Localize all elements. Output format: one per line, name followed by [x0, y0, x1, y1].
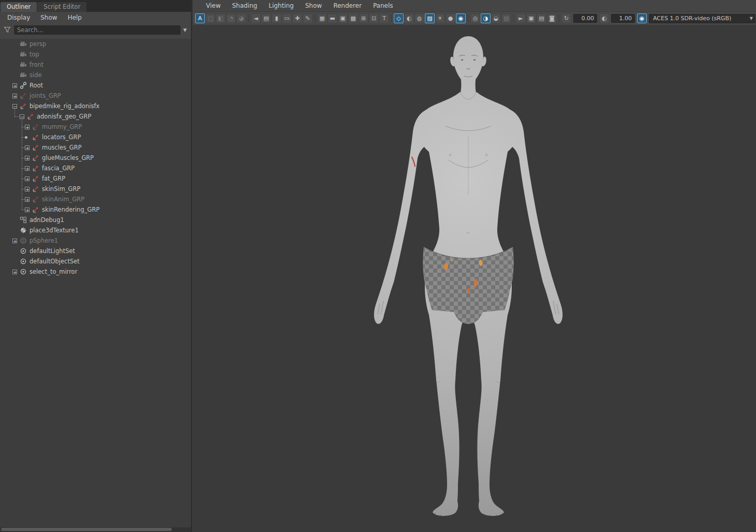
shaded-cube-icon[interactable]: ◇ [394, 13, 404, 23]
expand-toggle[interactable]: + [12, 239, 17, 243]
outliner-horizontal-scrollbar[interactable] [0, 527, 191, 532]
expand-toggle[interactable]: + [25, 145, 29, 150]
motion-blur-icon[interactable]: ◎ [470, 13, 480, 23]
outliner-row[interactable]: locators_GRP [0, 132, 191, 142]
two-d-pan-zoom-icon[interactable]: ✚ [292, 13, 302, 23]
outliner-row[interactable]: +skinSim_GRP [0, 184, 191, 194]
viewport-menu-show[interactable]: Show [300, 2, 328, 9]
outliner-row[interactable]: +muscles_GRP [0, 142, 191, 153]
bookmark-icon[interactable]: ▮ [272, 13, 281, 23]
default-material-icon[interactable]: ◧ [216, 13, 226, 23]
tab-script-editor[interactable]: Script Editor [37, 2, 86, 12]
paste-snapshot-icon[interactable]: ▤ [537, 13, 546, 23]
multisample-icon[interactable]: ◑ [481, 13, 491, 23]
panel-focus-a-icon[interactable]: A [195, 13, 205, 23]
human-body-model[interactable] [193, 25, 756, 532]
copy-snapshot-icon[interactable]: ▣ [526, 13, 536, 23]
viewport-menu-renderer[interactable]: Renderer [328, 2, 367, 9]
viewport-canvas[interactable] [193, 25, 756, 532]
expand-toggle[interactable]: − [12, 104, 17, 109]
gate-mask-icon[interactable]: ▩ [348, 13, 358, 23]
node-label: skinRendering_GRP [42, 206, 99, 213]
outliner-row[interactable]: persp [0, 39, 191, 49]
outliner-row[interactable]: defaultObjectSet [0, 256, 191, 267]
expand-toggle[interactable]: + [12, 94, 17, 98]
outliner-row[interactable]: −bipedmike_rig_adonisfx [0, 101, 191, 111]
gamma-field[interactable] [611, 14, 635, 23]
outliner-row[interactable]: +skinRendering_GRP [0, 204, 191, 215]
image-plane-icon[interactable]: ▭ [282, 13, 292, 23]
use-all-lights-icon[interactable]: ☀ [435, 13, 445, 23]
outliner-row[interactable]: +mummy_GRP [0, 122, 191, 132]
node-label: skinSim_GRP [42, 185, 80, 193]
gamma-icon[interactable]: ◐ [599, 13, 609, 23]
outliner-row[interactable]: +joints_GRP [0, 91, 191, 101]
hardware-texture-icon[interactable]: ◔ [226, 13, 236, 23]
exposure-icon[interactable]: ↻ [561, 13, 571, 23]
hardware-light-icon[interactable]: ◕ [236, 13, 246, 23]
wireframe-on-shaded-icon[interactable]: ▢ [205, 13, 215, 23]
fog-icon[interactable]: ▧ [501, 13, 511, 23]
outliner-row[interactable]: +fascia_GRP [0, 163, 191, 173]
outliner-row[interactable]: +skinAnim_GRP [0, 194, 191, 204]
search-options-arrow-icon[interactable]: ▼ [183, 27, 188, 33]
camera-attributes-icon[interactable]: ▤ [261, 13, 271, 23]
ssao-icon[interactable]: ◉ [456, 13, 466, 23]
toolbar-separator [315, 14, 315, 22]
isolate-select-icon[interactable]: ► [516, 13, 526, 23]
node-label: skinAnim_GRP [42, 196, 84, 203]
outliner-row[interactable]: +fat_GRP [0, 173, 191, 184]
expand-toggle[interactable]: + [25, 125, 29, 129]
expand-toggle[interactable]: + [25, 197, 29, 202]
select-camera-icon[interactable]: ◄ [251, 13, 261, 23]
exposure-field[interactable] [573, 14, 597, 23]
outliner-row[interactable]: top [0, 49, 191, 60]
snapshot-image-icon[interactable]: ◙ [547, 13, 557, 23]
node-label: glueMuscles_GRP [42, 154, 94, 161]
wireframe-sphere-icon[interactable]: ◍ [414, 13, 424, 23]
viewport-menu-view[interactable]: View [200, 2, 226, 9]
outliner-row[interactable]: place3dTexture1 [0, 225, 191, 235]
outliner-row[interactable]: adnDebug1 [0, 215, 191, 225]
viewport-menu-lighting[interactable]: Lighting [263, 2, 300, 9]
expand-toggle[interactable]: − [20, 114, 24, 119]
outliner-row[interactable]: defaultLightSet [0, 246, 191, 256]
expand-toggle[interactable]: + [12, 83, 17, 88]
expand-toggle[interactable]: + [12, 270, 17, 274]
field-chart-icon[interactable]: ⊞ [359, 13, 368, 23]
menu-help[interactable]: Help [63, 14, 87, 21]
expand-toggle[interactable]: + [25, 187, 29, 191]
toolbar-separator [513, 14, 514, 22]
expand-toggle[interactable]: + [25, 176, 29, 181]
outliner-row[interactable]: −adonisfx_geo_GRP [0, 111, 191, 122]
menu-show[interactable]: Show [35, 14, 62, 21]
outliner-row[interactable]: side [0, 70, 191, 80]
menu-display[interactable]: Display [2, 14, 35, 21]
outliner-row[interactable]: front [0, 60, 191, 70]
textured-icon[interactable]: ▨ [425, 13, 435, 23]
safe-action-icon[interactable]: ⊡ [369, 13, 379, 23]
viewport-menu-shading[interactable]: Shading [226, 2, 263, 9]
filter-icon[interactable] [3, 26, 11, 34]
expand-toggle[interactable]: + [25, 166, 29, 171]
outliner-row[interactable]: +select_to_mirror [0, 267, 191, 277]
depth-of-field-icon[interactable]: ◒ [491, 13, 501, 23]
shadows-icon[interactable]: ● [446, 13, 455, 23]
expand-toggle[interactable]: + [25, 208, 29, 212]
scrollbar-thumb[interactable] [1, 528, 172, 531]
outliner-row[interactable]: +glueMuscles_GRP [0, 153, 191, 163]
expand-toggle[interactable]: + [25, 156, 29, 160]
film-gate-icon[interactable]: ▬ [328, 13, 337, 23]
outliner-row[interactable]: +pSphere1 [0, 235, 191, 246]
tab-outliner[interactable]: Outliner [1, 2, 37, 12]
safe-title-icon[interactable]: T [379, 13, 389, 23]
grid-icon[interactable]: ▦ [317, 13, 327, 23]
search-input[interactable] [14, 25, 181, 35]
smooth-shade-icon[interactable]: ◐ [404, 13, 414, 23]
outliner-row[interactable]: +Root [0, 80, 191, 91]
resolution-gate-icon[interactable]: ▣ [338, 13, 348, 23]
view-transform-icon[interactable]: ◉ [637, 13, 647, 23]
viewport-menu-panels[interactable]: Panels [367, 2, 399, 9]
view-transform-dropdown[interactable]: ACES 1.0 SDR-video (sRGB)▼ [649, 14, 755, 23]
grease-pencil-icon[interactable]: ✎ [303, 13, 313, 23]
